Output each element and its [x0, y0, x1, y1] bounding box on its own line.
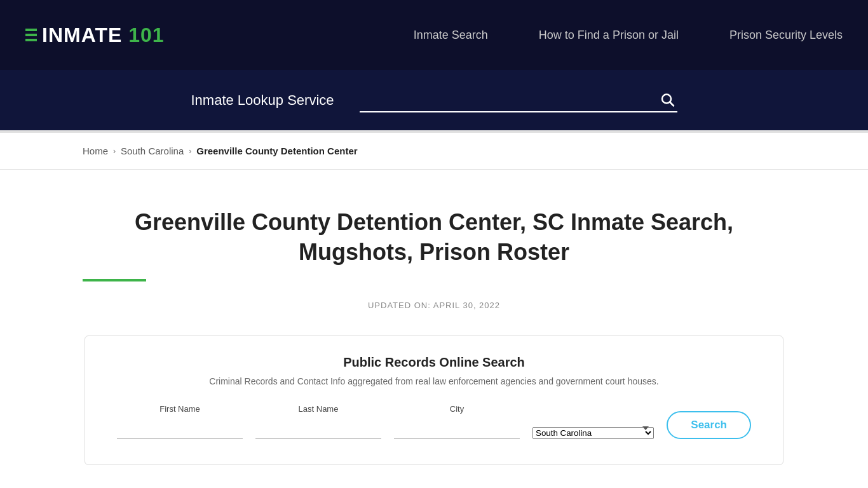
search-section: Inmate Lookup Service — [0, 70, 868, 130]
breadcrumb-current: Greenville County Detention Center — [196, 146, 357, 156]
city-label: City — [394, 404, 520, 414]
search-input-wrapper — [360, 88, 677, 112]
search-icon — [660, 92, 675, 107]
updated-date: UPDATED ON: APRIL 30, 2022 — [83, 301, 785, 310]
svg-line-1 — [670, 102, 674, 106]
first-name-input[interactable] — [117, 417, 243, 439]
logo-text: INMATE 101 — [42, 24, 165, 47]
nav-link-security-levels[interactable]: Prison Security Levels — [729, 29, 843, 41]
card-title: Public Records Online Search — [117, 355, 751, 370]
search-input[interactable] — [360, 88, 677, 112]
page-title: Greenville County Detention Center, SC I… — [83, 208, 785, 268]
breadcrumb-home[interactable]: Home — [83, 146, 108, 156]
search-label: Inmate Lookup Service — [191, 92, 334, 109]
last-name-field: Last Name — [255, 404, 381, 439]
last-name-label: Last Name — [255, 404, 381, 414]
logo-bars-icon — [25, 29, 37, 41]
nav-item-security-levels[interactable]: Prison Security Levels — [729, 29, 843, 42]
city-field: City — [394, 404, 520, 439]
breadcrumb-separator-2: › — [189, 147, 191, 156]
search-button[interactable]: Search — [667, 411, 751, 439]
breadcrumb: Home › South Carolina › Greenville Count… — [0, 133, 868, 170]
breadcrumb-separator-1: › — [113, 147, 116, 156]
search-card: Public Records Online Search Criminal Re… — [85, 336, 783, 465]
search-form: First Name Last Name City AlabamaAlaskaA… — [117, 404, 751, 439]
nav-link-inmate-search[interactable]: Inmate Search — [414, 29, 488, 41]
top-navigation: INMATE 101 Inmate Search How to Find a P… — [0, 0, 868, 70]
breadcrumb-state[interactable]: South Carolina — [121, 146, 184, 156]
main-content: Greenville County Detention Center, SC I… — [0, 170, 868, 488]
title-underline — [83, 279, 146, 281]
nav-item-inmate-search[interactable]: Inmate Search — [414, 29, 488, 42]
nav-item-find-prison[interactable]: How to Find a Prison or Jail — [539, 29, 679, 42]
first-name-label: First Name — [117, 404, 243, 414]
state-select-wrapper: AlabamaAlaskaArizonaArkansasCaliforniaCo… — [532, 427, 654, 439]
first-name-field: First Name — [117, 404, 243, 439]
nav-link-find-prison[interactable]: How to Find a Prison or Jail — [539, 29, 679, 41]
card-subtitle: Criminal Records and Contact Info aggreg… — [117, 376, 751, 386]
search-icon-button[interactable] — [660, 92, 675, 109]
nav-links: Inmate Search How to Find a Prison or Ja… — [414, 29, 843, 42]
site-logo[interactable]: INMATE 101 — [25, 24, 165, 47]
city-input[interactable] — [394, 417, 520, 439]
last-name-input[interactable] — [255, 417, 381, 439]
state-select[interactable]: AlabamaAlaskaArizonaArkansasCaliforniaCo… — [532, 427, 654, 439]
